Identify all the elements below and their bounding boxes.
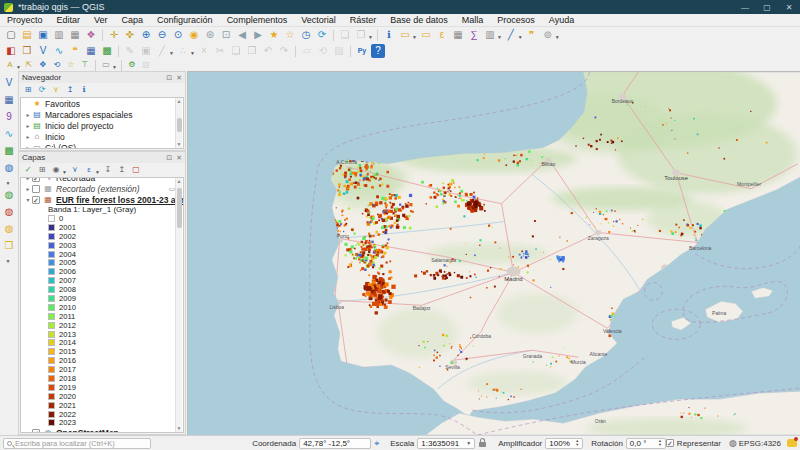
spin-arrows-icon[interactable]: ▲▼: [658, 439, 662, 447]
statistics-summary-icon[interactable]: ▥: [483, 28, 497, 42]
layer-row-eur-fire-forest-loss[interactable]: ▾▦EUR fire forest loss 2001-23 annual: [21, 194, 183, 205]
highlight-pinned-labels-icon[interactable]: ⊤: [79, 60, 91, 71]
add-geopackage-layer-icon[interactable]: ❒: [2, 239, 16, 253]
legend-entry-2010[interactable]: 2010: [21, 303, 183, 312]
legend-entry-2012[interactable]: 2012: [21, 321, 183, 330]
lock-scale-icon[interactable]: [479, 442, 486, 447]
browser-undock-button[interactable]: ⊡: [166, 74, 172, 82]
add-mesh-layer-icon[interactable]: ∿: [2, 127, 16, 141]
extents-icon[interactable]: ⌖: [374, 438, 379, 449]
maximize-button[interactable]: ▢: [756, 3, 778, 12]
menu-ráster[interactable]: Ráster: [343, 15, 384, 25]
legend-entry-2006[interactable]: 2006: [21, 267, 183, 276]
expand-all-icon[interactable]: ↧: [102, 164, 114, 175]
zoom-in-icon[interactable]: ⊕: [139, 28, 153, 42]
zoom-full-icon[interactable]: ◉: [187, 28, 201, 42]
map-canvas[interactable]: MadridLisboaPortoSevillaValenciaZaragoza…: [187, 71, 800, 435]
spin-arrows-icon[interactable]: ▲▼: [575, 439, 579, 447]
legend-entry-2005[interactable]: 2005: [21, 258, 183, 267]
map-tips-icon[interactable]: ❞: [525, 28, 539, 42]
browser-item-marcadores-espaciales[interactable]: ▸▤Marcadores espaciales: [21, 109, 183, 120]
menu-editar[interactable]: Editar: [50, 15, 88, 25]
menu-ver[interactable]: Ver: [87, 15, 115, 25]
show-bookmarks-icon[interactable]: ☆: [283, 28, 297, 42]
temporal-controller-icon[interactable]: ◷: [299, 28, 313, 42]
crs-status[interactable]: EPSG:4326: [739, 439, 781, 448]
layer-row-recortado-extension[interactable]: ▸▦Recortado (extensión)▭: [21, 183, 183, 194]
zoom-next-icon[interactable]: ▶: [251, 28, 265, 42]
layer-row-openstreetmap[interactable]: ▸◍OpenStreetMap: [21, 427, 183, 433]
legend-entry-2014[interactable]: 2014: [21, 338, 183, 347]
nav-refresh-icon[interactable]: ⟳: [36, 84, 48, 95]
menu-vectorial[interactable]: Vectorial: [294, 15, 343, 25]
scroll-up-icon[interactable]: ▲: [176, 98, 182, 105]
remove-layer-icon[interactable]: ▢: [130, 164, 142, 175]
manage-map-themes-dropdown-icon[interactable]: ▼: [62, 169, 67, 175]
refresh-map-icon[interactable]: ⟳: [315, 28, 329, 42]
zoom-to-layer-icon[interactable]: ⊡: [219, 28, 233, 42]
expand-arrow-icon[interactable]: ▸: [24, 185, 32, 192]
nav-filter-icon[interactable]: ⋎: [50, 84, 62, 95]
add-raster-layer-icon[interactable]: ▦: [2, 93, 16, 107]
menu-proyecto[interactable]: Proyecto: [0, 15, 50, 25]
add-postgis-layer-dropdown-icon[interactable]: ▼: [6, 180, 11, 186]
map-tips-toggle-icon[interactable]: ▭: [100, 60, 112, 71]
scroll-thumb[interactable]: [177, 118, 182, 132]
layout-manager-icon[interactable]: ▦: [68, 28, 82, 42]
add-wms-layer-icon[interactable]: ◍: [2, 188, 16, 202]
nav-collapse-all-icon[interactable]: ↥: [64, 84, 76, 95]
legend-entry-2009[interactable]: 2009: [21, 294, 183, 303]
rotate-label-icon[interactable]: ⟲: [51, 60, 63, 71]
expand-arrow-icon[interactable]: ▾: [24, 196, 32, 203]
expand-arrow-icon[interactable]: ▸: [24, 429, 32, 433]
legend-entry-0[interactable]: 0: [21, 214, 183, 223]
scroll-down-icon[interactable]: ▼: [176, 141, 182, 148]
menu-procesos[interactable]: Procesos: [490, 15, 542, 25]
statistics-summary-dropdown-icon[interactable]: ▼: [497, 34, 502, 40]
add-postgis-layer-icon[interactable]: ◍: [2, 161, 16, 175]
locator-search-input[interactable]: Escriba para localizar (Ctrl+K): [3, 438, 151, 449]
menu-base-de-datos[interactable]: Base de datos: [383, 15, 455, 25]
legend-entry-2021[interactable]: 2021: [21, 401, 183, 410]
new-bookmark-icon[interactable]: ★: [267, 28, 281, 42]
add-feature-dropdown-icon[interactable]: ▼: [169, 50, 174, 56]
expand-arrow-icon[interactable]: ▸: [24, 177, 32, 181]
layer-visibility-checkbox[interactable]: [32, 429, 40, 433]
add-group-icon[interactable]: ⊞: [36, 164, 48, 175]
expand-arrow-icon[interactable]: ▸: [24, 122, 32, 129]
render-checkbox[interactable]: ✓: [666, 439, 674, 447]
legend-entry-2001[interactable]: 2001: [21, 223, 183, 232]
layer-labeling-options-icon[interactable]: A: [4, 60, 16, 71]
add-delimited-text-layer-icon[interactable]: 9: [2, 110, 16, 124]
open-project-icon[interactable]: ▤: [20, 28, 34, 42]
menu-ayuda[interactable]: Ayuda: [542, 15, 581, 25]
coordinate-input[interactable]: 42,78° -12,5°: [299, 438, 371, 449]
legend-entry-2019[interactable]: 2019: [21, 383, 183, 392]
legend-entry-2023[interactable]: 2023: [21, 418, 183, 427]
attribute-table-icon[interactable]: ▦: [451, 28, 465, 42]
menu-capa[interactable]: Capa: [115, 15, 151, 25]
filter-by-expression-dropdown-icon[interactable]: ▼: [95, 169, 100, 175]
legend-entry-2004[interactable]: 2004: [21, 250, 183, 259]
add-wfs-layer-icon[interactable]: ◍: [2, 222, 16, 236]
new-spatialite-layer-icon[interactable]: ∿: [52, 44, 66, 58]
python-console-icon[interactable]: Py: [355, 44, 369, 58]
menu-complementos[interactable]: Complementos: [220, 15, 295, 25]
new-project-icon[interactable]: ▢: [4, 28, 18, 42]
legend-entry-2020[interactable]: 2020: [21, 392, 183, 401]
new-mesh-layer-icon[interactable]: ▩: [100, 44, 114, 58]
browser-item-inicio[interactable]: ▸⌂Inicio: [21, 131, 183, 142]
browser-item-favoritos[interactable]: ★Favoritos: [21, 98, 183, 109]
rotation-spinbox[interactable]: 0,0 ° ▲▼: [626, 438, 666, 449]
layer-labeling-options-dropdown-icon[interactable]: ▼: [16, 64, 21, 70]
legend-entry-2007[interactable]: 2007: [21, 276, 183, 285]
filter-by-expression-icon[interactable]: ε: [83, 164, 95, 175]
pan-map-icon[interactable]: ✛: [107, 28, 121, 42]
expand-arrow-icon[interactable]: ▸: [24, 133, 32, 140]
data-source-manager-icon[interactable]: ◧: [4, 44, 18, 58]
paste-dropdown-icon[interactable]: ▼: [368, 34, 373, 40]
layer-diagram-options-icon[interactable]: ⇱: [23, 60, 35, 71]
new-print-layout-icon[interactable]: ▥: [52, 28, 66, 42]
change-label-icon[interactable]: ☆: [65, 60, 77, 71]
browser-close-button[interactable]: ✕: [176, 74, 182, 82]
